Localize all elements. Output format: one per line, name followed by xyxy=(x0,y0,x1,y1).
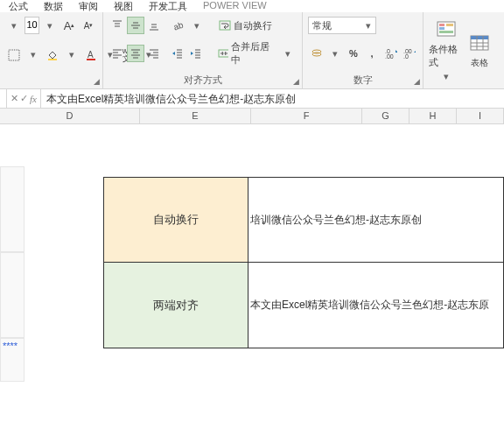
increase-indent-button[interactable] xyxy=(187,45,205,62)
merge-icon xyxy=(218,47,228,60)
row-header[interactable]: **** xyxy=(0,338,24,382)
number-format-value: 常规 xyxy=(312,19,332,32)
merge-dropdown[interactable]: ▾ xyxy=(279,45,297,62)
font-color-button[interactable]: A xyxy=(82,46,100,64)
accounting-format-button[interactable] xyxy=(308,45,326,62)
svg-rect-3 xyxy=(87,59,95,60)
percent-button[interactable]: % xyxy=(345,45,362,62)
font-dropdown[interactable]: ▾ xyxy=(5,17,23,34)
menu-data[interactable]: 数据 xyxy=(44,0,63,12)
increase-font-button[interactable]: A▴ xyxy=(60,17,78,34)
inc-decimal-icon: .0.00 xyxy=(385,47,397,60)
border-icon xyxy=(8,49,20,61)
border-dropdown[interactable]: ▾ xyxy=(24,46,42,64)
cell-justify-content[interactable]: 本文由Excel精英培训微信公众号兰色幻想-赵志东原 xyxy=(248,263,504,348)
svg-rect-48 xyxy=(471,36,488,39)
row-header[interactable] xyxy=(0,166,24,252)
cell-text: 两端对齐 xyxy=(153,298,199,313)
confirm-formula-button[interactable]: ✓ xyxy=(20,93,28,104)
indent-icon xyxy=(190,47,202,60)
align-left-icon xyxy=(111,47,123,60)
col-G[interactable]: G xyxy=(362,109,410,123)
column-headers: D E F G H I xyxy=(0,109,504,124)
font-size-dropdown[interactable]: ▾ xyxy=(41,17,59,34)
fill-color-dropdown[interactable]: ▾ xyxy=(63,46,80,64)
align-middle-icon xyxy=(130,19,142,32)
fill-color-button[interactable] xyxy=(44,46,61,64)
spreadsheet-grid[interactable]: **** 自动换行 培训微信公众号兰色幻想-赵志东原创 两端对齐 本文由Exce… xyxy=(0,124,504,439)
font-size-input[interactable]: 10 xyxy=(24,17,39,34)
col-F[interactable]: F xyxy=(251,109,362,123)
align-center-button[interactable] xyxy=(127,45,144,62)
fx-button[interactable]: fx xyxy=(30,94,37,104)
merge-center-button[interactable]: 合并后居中 xyxy=(214,45,278,62)
svg-text:ab: ab xyxy=(172,19,185,32)
font-dialog-launcher[interactable]: ◢ xyxy=(94,77,100,86)
name-box[interactable] xyxy=(0,89,7,108)
alignment-group: ab▾ 自动换行 合并后居中 ▾ 对齐方式 ◢ xyxy=(103,12,303,88)
menu-view[interactable]: 视图 xyxy=(114,0,133,12)
align-right-button[interactable] xyxy=(145,45,163,62)
border-button[interactable] xyxy=(5,46,23,64)
ribbon: ▾ 10 ▾ A▴ A▾ ▾ ▾ A ▾ wén文▾ ◢ ab xyxy=(0,12,504,89)
orientation-icon: ab xyxy=(172,19,185,32)
align-bottom-button[interactable] xyxy=(145,17,163,34)
align-top-button[interactable] xyxy=(108,17,126,34)
number-format-combo[interactable]: 常规 ▾ xyxy=(308,17,376,34)
svg-text:A: A xyxy=(88,50,94,60)
align-middle-button[interactable] xyxy=(127,17,144,34)
menu-review[interactable]: 审阅 xyxy=(79,0,98,12)
decrease-font-button[interactable]: A▾ xyxy=(80,17,97,34)
wrap-text-button[interactable]: 自动换行 xyxy=(214,17,276,34)
row-header[interactable] xyxy=(0,252,24,338)
cancel-formula-button[interactable]: ✕ xyxy=(10,93,18,104)
table-format-label: 表格 xyxy=(471,57,488,69)
col-I[interactable]: I xyxy=(457,109,504,123)
orientation-button[interactable]: ab xyxy=(170,17,187,34)
number-dialog-launcher[interactable]: ◢ xyxy=(414,77,420,86)
number-group: 常规 ▾ ▾ % , .0.00 .00.0 数字 ◢ xyxy=(303,12,424,88)
coin-icon xyxy=(311,47,323,60)
cond-format-label: 条件格式 xyxy=(429,43,464,69)
svg-rect-1 xyxy=(48,59,57,60)
col-E[interactable]: E xyxy=(140,109,251,123)
menu-powerview[interactable]: POWER VIEW xyxy=(203,0,267,12)
outdent-icon xyxy=(172,47,184,60)
col-D[interactable]: D xyxy=(0,109,140,123)
orientation-dropdown[interactable]: ▾ xyxy=(188,17,206,34)
stars-text: **** xyxy=(1,339,24,353)
col-H[interactable]: H xyxy=(410,109,457,123)
conditional-format-button[interactable]: 条件格式 ▾ xyxy=(429,16,464,87)
wrap-icon xyxy=(219,19,231,32)
svg-rect-44 xyxy=(439,27,444,30)
merge-label: 合并后居中 xyxy=(231,40,274,67)
accounting-dropdown[interactable]: ▾ xyxy=(326,45,344,62)
number-group-label: 数字 xyxy=(308,72,417,87)
svg-rect-43 xyxy=(439,24,444,26)
menu-devtools[interactable]: 开发工具 xyxy=(149,0,187,12)
alignment-dialog-launcher[interactable]: ◢ xyxy=(293,77,299,86)
align-left-button[interactable] xyxy=(108,45,126,62)
font-color-icon: A xyxy=(85,49,97,61)
menu-formula[interactable]: 公式 xyxy=(9,0,28,12)
decrease-indent-button[interactable] xyxy=(169,45,186,62)
increase-decimal-button[interactable]: .0.00 xyxy=(382,45,400,62)
cell-text: 培训微信公众号兰色幻想-赵志东原创 xyxy=(250,213,422,228)
formula-input[interactable]: 本文由Excel精英培训微信公众号兰色幻想-赵志东原创 xyxy=(41,89,504,108)
menu-bar: 公式 数据 审阅 视图 开发工具 POWER VIEW xyxy=(0,0,504,12)
table-format-button[interactable]: 表格 xyxy=(466,16,494,87)
align-right-icon xyxy=(148,47,160,60)
svg-rect-46 xyxy=(439,31,453,33)
table-format-icon xyxy=(469,34,490,55)
align-bottom-icon xyxy=(148,19,160,32)
cell-justify-label[interactable]: 两端对齐 xyxy=(103,263,248,348)
wrap-label: 自动换行 xyxy=(234,19,272,32)
cell-wrap-content[interactable]: 培训微信公众号兰色幻想-赵志东原创 xyxy=(248,177,504,263)
dec-decimal-icon: .00.0 xyxy=(403,47,416,60)
decrease-decimal-button[interactable]: .00.0 xyxy=(401,45,418,62)
svg-rect-45 xyxy=(446,24,453,26)
cell-wrap-label[interactable]: 自动换行 xyxy=(103,177,248,263)
cell-text: 自动换行 xyxy=(153,212,199,228)
comma-button[interactable]: , xyxy=(363,45,381,62)
font-group-label xyxy=(5,74,97,87)
